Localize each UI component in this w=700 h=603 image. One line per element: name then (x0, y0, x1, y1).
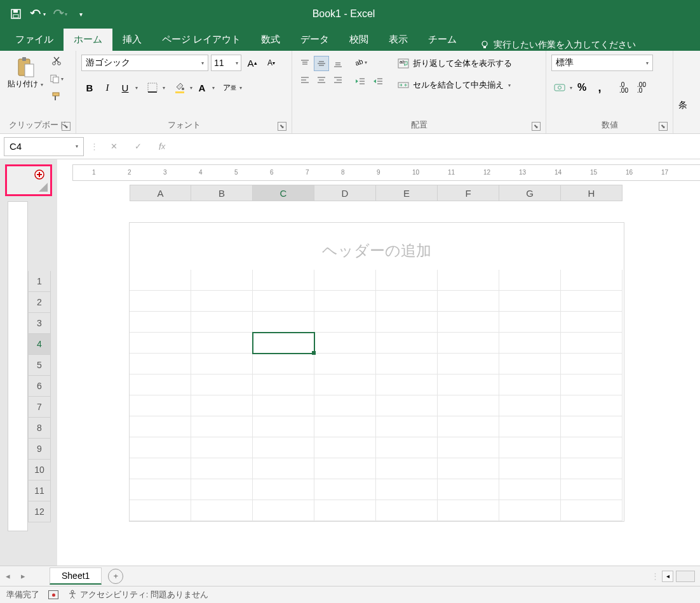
select-all-highlighted[interactable] (5, 164, 52, 196)
cell-D12[interactable] (314, 500, 376, 521)
cell-E8[interactable] (376, 416, 438, 437)
row-header-1[interactable]: 1 (28, 271, 51, 292)
align-left-button[interactable] (297, 72, 313, 88)
row-header-7[interactable]: 7 (28, 397, 51, 418)
header-placeholder[interactable]: ヘッダーの追加 (130, 223, 624, 270)
cell-F10[interactable] (438, 458, 499, 479)
cell-H9[interactable] (561, 437, 623, 458)
hscroll-left[interactable]: ◂ (662, 571, 673, 582)
col-header-F[interactable]: F (438, 185, 499, 201)
sheet-nav-next[interactable]: ▸ (15, 571, 30, 581)
number-format-select[interactable]: 標準▾ (551, 55, 653, 71)
cell-B12[interactable] (191, 500, 253, 521)
cell-E1[interactable] (376, 270, 438, 291)
cell-B6[interactable] (191, 374, 253, 395)
copy-button[interactable]: ▾ (50, 72, 64, 85)
cell-C12[interactable] (253, 500, 314, 521)
cell-G3[interactable] (499, 312, 561, 333)
cell-A12[interactable] (130, 500, 191, 521)
cell-G1[interactable] (499, 270, 561, 291)
cell-F9[interactable] (438, 437, 499, 458)
cell-B8[interactable] (191, 416, 253, 437)
row-header-6[interactable]: 6 (28, 376, 51, 397)
decrease-decimal-button[interactable]: .00.0 (633, 80, 650, 95)
align-middle-button[interactable] (314, 56, 329, 71)
hscroll-thumb[interactable] (676, 571, 695, 582)
tab-view[interactable]: 表示 (379, 29, 418, 51)
align-center-button[interactable] (314, 72, 329, 88)
font-color-button[interactable]: A (194, 80, 210, 95)
cell-B2[interactable] (191, 291, 253, 312)
cut-button[interactable] (50, 55, 64, 67)
cell-E12[interactable] (376, 500, 438, 521)
save-button[interactable] (8, 6, 24, 22)
cell-A3[interactable] (130, 312, 191, 333)
italic-button[interactable]: I (99, 80, 116, 95)
cell-A1[interactable] (130, 270, 191, 291)
cell-D5[interactable] (314, 354, 376, 374)
tab-file[interactable]: ファイル (5, 29, 64, 51)
cell-F2[interactable] (438, 291, 499, 312)
macro-record-icon[interactable] (48, 590, 58, 599)
cell-C4[interactable] (253, 333, 314, 354)
cell-grid[interactable] (130, 270, 624, 521)
bold-button[interactable]: B (81, 80, 98, 95)
cell-B7[interactable] (191, 395, 253, 416)
decrease-font-button[interactable]: A▾ (263, 55, 279, 70)
underline-button[interactable]: U (117, 80, 133, 95)
redo-button[interactable]: ▾ (51, 6, 67, 22)
row-header-10[interactable]: 10 (28, 460, 51, 480)
align-top-button[interactable] (297, 56, 313, 71)
tab-pagelayout[interactable]: ページ レイアウト (152, 29, 251, 51)
tab-data[interactable]: データ (290, 29, 339, 51)
cell-B10[interactable] (191, 458, 253, 479)
cell-E6[interactable] (376, 374, 438, 395)
cell-D9[interactable] (314, 437, 376, 458)
borders-button[interactable] (144, 80, 161, 95)
cell-H6[interactable] (561, 374, 623, 395)
cell-G11[interactable] (499, 479, 561, 500)
cell-H4[interactable] (561, 333, 623, 354)
cell-F3[interactable] (438, 312, 499, 333)
sheet-nav-prev[interactable]: ◂ (0, 571, 15, 581)
cell-G2[interactable] (499, 291, 561, 312)
cell-C10[interactable] (253, 458, 314, 479)
cell-G9[interactable] (499, 437, 561, 458)
cancel-formula-button[interactable]: ✕ (105, 138, 123, 156)
cell-F11[interactable] (438, 479, 499, 500)
orientation-button[interactable]: ab▾ (352, 55, 368, 70)
tell-me-search[interactable]: 実行したい作業を入力してください (480, 39, 636, 51)
cell-D4[interactable] (314, 333, 376, 354)
cell-D1[interactable] (314, 270, 376, 291)
cell-G6[interactable] (499, 374, 561, 395)
cell-E7[interactable] (376, 395, 438, 416)
tab-team[interactable]: チーム (418, 29, 467, 51)
tab-home[interactable]: ホーム (64, 29, 112, 51)
cell-E9[interactable] (376, 437, 438, 458)
cell-A10[interactable] (130, 458, 191, 479)
cell-H10[interactable] (561, 458, 623, 479)
row-header-9[interactable]: 9 (28, 439, 51, 460)
cell-D3[interactable] (314, 312, 376, 333)
align-bottom-button[interactable] (330, 56, 346, 71)
name-box[interactable]: C4▾ (4, 137, 84, 156)
cell-F8[interactable] (438, 416, 499, 437)
cell-C9[interactable] (253, 437, 314, 458)
col-header-E[interactable]: E (376, 185, 438, 201)
cell-B3[interactable] (191, 312, 253, 333)
accounting-format-button[interactable] (551, 80, 568, 95)
cell-E4[interactable] (376, 333, 438, 354)
row-header-11[interactable]: 11 (28, 480, 51, 501)
cell-C7[interactable] (253, 395, 314, 416)
cell-D6[interactable] (314, 374, 376, 395)
cell-H12[interactable] (561, 500, 623, 521)
enter-formula-button[interactable]: ✓ (129, 138, 147, 156)
decrease-indent-button[interactable] (352, 74, 368, 89)
cell-A6[interactable] (130, 374, 191, 395)
paste-button[interactable]: 貼り付け ▾ (5, 55, 46, 92)
cell-H7[interactable] (561, 395, 623, 416)
cell-H2[interactable] (561, 291, 623, 312)
cell-D8[interactable] (314, 416, 376, 437)
cell-D11[interactable] (314, 479, 376, 500)
cell-A7[interactable] (130, 395, 191, 416)
